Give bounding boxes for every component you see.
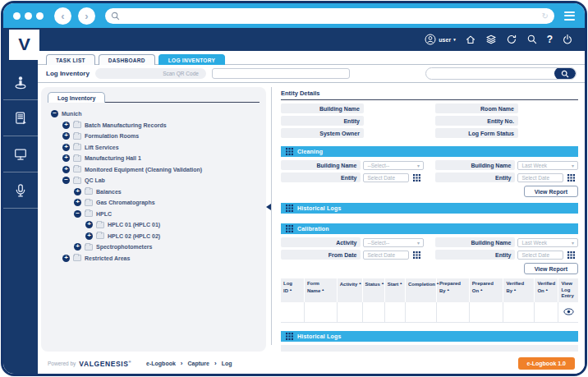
sort-icon[interactable]	[380, 282, 384, 287]
date-range-select[interactable]: Last Week ▾	[517, 238, 578, 247]
tree-toggle-icon[interactable]	[62, 255, 70, 262]
historical-logs-section-header[interactable]: Historical Logs	[281, 203, 578, 214]
building-name-select[interactable]: --Select-- ▾	[363, 161, 424, 170]
tree-toggle-icon[interactable]	[74, 199, 81, 206]
column-header[interactable]: Form Name	[305, 278, 338, 302]
reload-icon[interactable]: ↻	[542, 11, 549, 21]
sort-icon[interactable]	[398, 282, 402, 287]
back-button[interactable]: ‹	[54, 7, 71, 25]
breadcrumb-item-log[interactable]: Log	[222, 361, 232, 366]
sort-icon[interactable]	[288, 288, 292, 293]
search-button[interactable]	[526, 34, 538, 45]
sort-icon[interactable]	[446, 288, 450, 293]
inventory-search-button[interactable]	[554, 67, 576, 80]
column-header[interactable]: Prepared On	[470, 278, 504, 302]
tab[interactable]: TASK LIST	[46, 54, 95, 65]
calendar-icon[interactable]	[566, 173, 577, 182]
tree-node[interactable]: Spectrophotometers	[48, 241, 260, 253]
sort-icon[interactable]	[479, 288, 483, 293]
tree-toggle-icon[interactable]	[62, 154, 70, 162]
version-badge-button[interactable]: e-Logbook 1.0	[518, 357, 575, 370]
tree-toggle-icon[interactable]	[62, 122, 70, 129]
historical-logs-section-header[interactable]: Historical Logs	[281, 331, 578, 342]
inventory-search-input[interactable]	[426, 71, 554, 76]
calendar-icon[interactable]	[566, 251, 577, 260]
tree-node[interactable]: Manufacturing Hall 1	[48, 153, 260, 164]
tree-panel-tab[interactable]: Log Inventory	[48, 92, 105, 103]
help-button[interactable]: ?	[547, 34, 553, 45]
tab[interactable]: LOG INVENTORY	[158, 54, 225, 65]
calibration-section-header[interactable]: Calibration	[281, 223, 578, 234]
calendar-icon[interactable]	[411, 251, 422, 260]
column-header[interactable]: Status	[363, 278, 385, 302]
tree-node[interactable]: Restricted Areas	[48, 253, 260, 264]
cleaning-section-header[interactable]: Cleaning	[281, 146, 578, 157]
forward-button[interactable]: ›	[78, 7, 95, 25]
date-input[interactable]: Select Date	[363, 251, 409, 260]
window-dot-icon[interactable]	[25, 12, 32, 20]
home-button[interactable]	[465, 34, 476, 45]
collapse-panel-arrow-icon[interactable]	[266, 204, 271, 210]
voice-nav-button[interactable]	[3, 172, 38, 209]
date-range-select[interactable]: Last Week ▾	[517, 161, 578, 170]
url-input[interactable]	[120, 13, 542, 19]
tree-toggle-icon[interactable]	[51, 110, 58, 117]
url-bar[interactable]: ↻	[105, 8, 554, 24]
breadcrumb-item-capture[interactable]: Capture	[188, 361, 209, 366]
view-report-button[interactable]: View Report	[524, 186, 578, 197]
tab[interactable]: DASHBOARD	[99, 54, 155, 65]
modules-button[interactable]	[485, 34, 497, 45]
tree-node[interactable]: HPLC	[48, 209, 260, 220]
valgenesis-logo[interactable]: V	[9, 30, 39, 60]
power-button[interactable]	[562, 34, 573, 45]
breadcrumb-item-elogbook[interactable]: e-Logbook	[146, 361, 176, 366]
tree-node[interactable]: Gas Chromatographs	[48, 197, 260, 209]
tree-node[interactable]: QC Lab	[48, 175, 260, 186]
refresh-button[interactable]	[506, 34, 517, 45]
tree-node[interactable]: Batch Manufacturing Records	[48, 120, 260, 131]
column-header[interactable]: Completion	[406, 278, 437, 302]
tree-node[interactable]: HPLC 02 (HPLC 02)	[48, 231, 260, 242]
calendar-icon[interactable]	[411, 173, 422, 182]
activity-select[interactable]: --Select-- ▾	[363, 238, 424, 247]
column-header[interactable]: Log ID	[281, 278, 305, 302]
date-input[interactable]: Select Date	[363, 173, 409, 182]
column-header[interactable]: Prepared By	[437, 278, 470, 302]
window-dot-icon[interactable]	[13, 12, 21, 20]
tree-node[interactable]: Formulation Rooms	[48, 131, 260, 142]
tree-node[interactable]: Balances	[48, 186, 260, 198]
tree-node[interactable]: HPLC 01 (HPLC 01)	[48, 219, 260, 231]
window-dot-icon[interactable]	[36, 12, 44, 20]
column-header[interactable]: Verified By	[503, 278, 535, 302]
column-header[interactable]: Verified On	[535, 278, 558, 302]
column-header[interactable]: View Log Entry	[558, 278, 578, 302]
workstation-nav-button[interactable]	[3, 136, 38, 172]
tree-toggle-icon[interactable]	[85, 232, 93, 240]
sort-icon[interactable]	[544, 288, 549, 293]
scan-qr-input[interactable]	[212, 68, 350, 79]
logbook-nav-button[interactable]	[3, 100, 38, 136]
tree-toggle-icon[interactable]	[62, 144, 70, 151]
date-input[interactable]: Select Date	[517, 251, 563, 260]
tree-node[interactable]: Munich	[48, 108, 260, 120]
tree-toggle-icon[interactable]	[62, 132, 70, 140]
eye-icon[interactable]	[563, 308, 574, 315]
user-menu[interactable]: user ▾	[425, 34, 455, 45]
view-report-button[interactable]: View Report	[524, 263, 578, 274]
tree-toggle-icon[interactable]	[74, 243, 81, 251]
tree-node[interactable]: Monitored Equipment (Cleaning Validation…	[48, 164, 260, 176]
tree-toggle-icon[interactable]	[85, 221, 93, 228]
column-header[interactable]: Activity	[338, 278, 363, 302]
menu-icon[interactable]	[564, 11, 575, 21]
tree-toggle-icon[interactable]	[62, 166, 70, 173]
sort-icon[interactable]	[320, 288, 324, 293]
tree-toggle-icon[interactable]	[74, 210, 81, 218]
operator-nav-button[interactable]	[3, 64, 38, 100]
tree-toggle-icon[interactable]	[62, 177, 70, 184]
sort-icon[interactable]	[357, 282, 361, 287]
sort-icon[interactable]	[512, 288, 517, 293]
column-header[interactable]: Start	[385, 278, 406, 302]
tree-toggle-icon[interactable]	[74, 188, 81, 195]
date-input[interactable]: Select Date	[517, 173, 563, 182]
tree-node[interactable]: Lift Services	[48, 142, 260, 154]
